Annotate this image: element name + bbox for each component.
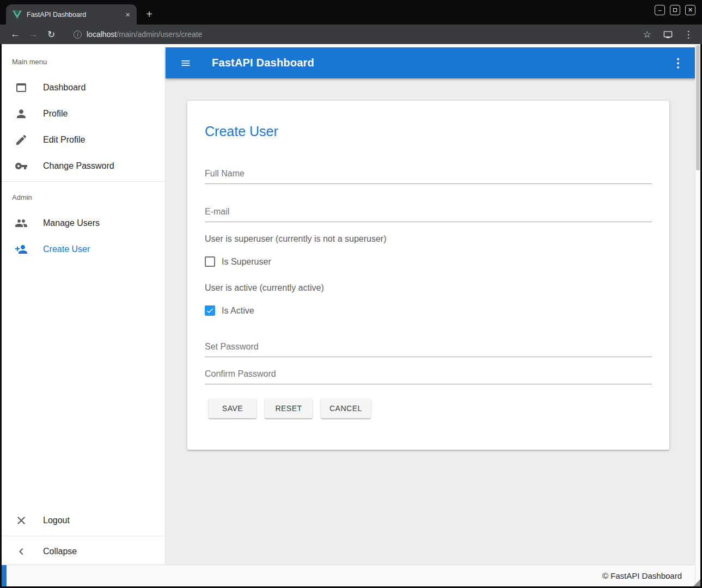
browser-menu-button[interactable]: ⋮ (682, 29, 694, 40)
window-resize-grip[interactable] (693, 579, 700, 586)
appbar-title: FastAPI Dashboard (212, 57, 314, 69)
sidebar-item-label: Profile (43, 109, 68, 119)
new-tab-button[interactable]: + (142, 7, 156, 21)
sidebar-item-label: Collapse (43, 547, 77, 556)
is-active-checkbox[interactable] (205, 305, 215, 316)
sidebar-item-label: Dashboard (43, 83, 86, 93)
monitor-icon (663, 30, 673, 39)
sidebar-item-profile[interactable]: Profile (2, 101, 165, 127)
form-actions: SAVE RESET CANCEL (209, 399, 652, 418)
pencil-icon (15, 133, 28, 146)
sidebar-spacer (2, 262, 165, 507)
key-icon (15, 160, 28, 173)
sidebar-divider (2, 536, 165, 536)
app-body: Main menu Dashboard Profile Edit Profile… (2, 44, 700, 565)
url-host: localhost (87, 30, 117, 39)
site-info-icon[interactable]: i (74, 30, 82, 39)
tab-title: FastAPI Dashboard (27, 11, 123, 19)
sidebar-item-manage-users[interactable]: Manage Users (2, 210, 165, 236)
appbar-menu-button[interactable]: ⋮ (672, 56, 684, 70)
sidebar-item-label: Logout (43, 516, 70, 525)
sidebar-item-label: Change Password (43, 161, 114, 171)
menu-icon (180, 58, 191, 69)
main-area: FastAPI Dashboard ⋮ Create User User is … (166, 44, 700, 565)
footer-accent-bar (2, 565, 7, 586)
copyright-text: © FastAPI Dashboard (602, 571, 682, 580)
browser-toolbar: ← → ↻ i localhost/main/admin/users/creat… (0, 24, 702, 44)
maximize-icon (673, 8, 677, 12)
is-superuser-checkbox[interactable] (205, 256, 215, 267)
app-root: Main menu Dashboard Profile Edit Profile… (2, 44, 700, 586)
scrollbar-track[interactable] (695, 44, 700, 586)
sidebar-item-change-password[interactable]: Change Password (2, 153, 165, 179)
page-title: Create User (205, 124, 652, 139)
confirm-password-field (205, 369, 652, 384)
app-toolbar: FastAPI Dashboard ⋮ (166, 47, 700, 78)
hamburger-menu-button[interactable] (180, 57, 192, 69)
create-user-card: Create User User is superuser (currently… (187, 101, 669, 450)
set-password-field (205, 342, 652, 357)
vue-logo-icon (13, 10, 22, 19)
install-app-button[interactable] (662, 30, 674, 39)
set-password-input[interactable] (205, 342, 652, 357)
url-path: /main/admin/users/create (117, 30, 202, 39)
sidebar-divider (2, 181, 165, 182)
browser-tab[interactable]: FastAPI Dashboard × (6, 4, 137, 24)
window-minimize-button[interactable]: – (655, 5, 665, 15)
reset-button[interactable]: RESET (265, 399, 313, 418)
browser-window: FastAPI Dashboard × + – ✕ ← → ↻ i localh… (0, 0, 702, 588)
close-icon (15, 514, 28, 527)
tab-close-icon[interactable]: × (123, 10, 132, 19)
sidebar-item-label: Create User (43, 244, 90, 254)
reload-button[interactable]: ↻ (44, 27, 59, 42)
sidebar-item-logout[interactable]: Logout (2, 507, 165, 534)
close-window-icon: ✕ (688, 7, 693, 13)
sidebar-item-label: Edit Profile (43, 135, 85, 145)
window-close-button[interactable]: ✕ (685, 5, 695, 15)
forward-button[interactable]: → (26, 27, 41, 42)
sidebar: Main menu Dashboard Profile Edit Profile… (2, 44, 166, 565)
toolbar-right-actions: ☆ ⋮ (641, 29, 694, 40)
app-footer: © FastAPI Dashboard (2, 565, 700, 586)
people-icon (15, 217, 28, 230)
sidebar-item-collapse[interactable]: Collapse (2, 538, 165, 565)
sidebar-item-create-user[interactable]: Create User (2, 236, 165, 262)
is-superuser-checkbox-row[interactable]: Is Superuser (205, 256, 652, 267)
bookmark-star-icon[interactable]: ☆ (641, 29, 653, 40)
is-active-checkbox-row[interactable]: Is Active (205, 305, 652, 316)
is-superuser-label: Is Superuser (222, 257, 271, 267)
sidebar-section-admin: Admin (2, 184, 165, 210)
person-icon (15, 107, 28, 120)
chevron-left-icon (15, 545, 28, 558)
email-input[interactable] (205, 207, 652, 222)
person-add-icon (15, 243, 28, 256)
address-bar[interactable]: i localhost/main/admin/users/create (74, 30, 634, 39)
sidebar-item-dashboard[interactable]: Dashboard (2, 75, 165, 101)
email-field (205, 207, 652, 222)
page-content: Create User User is superuser (currently… (166, 78, 700, 565)
active-hint: User is active (currently active) (205, 283, 652, 293)
superuser-hint: User is superuser (currently is not a su… (205, 234, 652, 244)
sidebar-section-main-menu: Main menu (2, 48, 165, 75)
url-text: localhost/main/admin/users/create (87, 30, 202, 39)
check-icon (206, 307, 214, 315)
full-name-input[interactable] (205, 169, 652, 184)
window-controls: – ✕ (655, 5, 695, 15)
minimize-icon: – (658, 7, 661, 13)
back-button[interactable]: ← (8, 27, 23, 42)
browser-tab-strip: FastAPI Dashboard × + – ✕ (0, 0, 702, 24)
scrollbar-thumb[interactable] (696, 45, 700, 170)
sidebar-item-label: Manage Users (43, 218, 100, 228)
save-button[interactable]: SAVE (209, 399, 257, 418)
confirm-password-input[interactable] (205, 369, 652, 384)
sidebar-item-edit-profile[interactable]: Edit Profile (2, 127, 165, 153)
is-active-label: Is Active (222, 306, 254, 316)
window-maximize-button[interactable] (670, 5, 680, 15)
full-name-field (205, 169, 652, 184)
dashboard-icon (15, 81, 28, 94)
cancel-button[interactable]: CANCEL (321, 399, 371, 418)
